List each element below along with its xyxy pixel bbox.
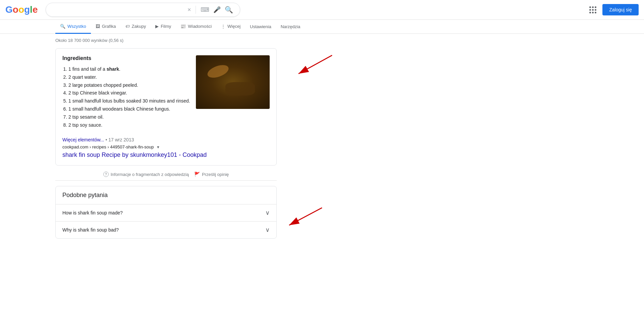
sign-in-button[interactable]: Zaloguj się	[602, 4, 639, 15]
snippet-title: Ingredients	[62, 55, 191, 61]
flag-icon: 🚩	[194, 172, 200, 177]
ingredient-3: 2 large potatoes chopped peeled.	[68, 81, 191, 89]
result-title-link[interactable]: shark fin soup Recipe by skunkmonkey101 …	[62, 151, 270, 159]
feedback-label: Prześlij opinię	[202, 172, 229, 177]
google-logo[interactable]: Google	[5, 4, 38, 15]
paa-chevron-1: ∨	[265, 209, 270, 216]
snippet-more-line: Więcej elementów... • 17 wrz 2013	[62, 137, 270, 142]
ingredient-8: 2 tsp soy sauce.	[68, 121, 191, 129]
shopping-icon: 🏷	[125, 24, 130, 29]
ingredient-7: 2 tsp sesame oil.	[68, 113, 191, 121]
navigation-tabs: 🔍 Wszystko 🖼 Grafika 🏷 Zakupy ▶ Filmy 📰 …	[0, 20, 644, 34]
settings-link[interactable]: Ustawienia	[245, 20, 276, 33]
tab-videos-label: Filmy	[161, 24, 171, 29]
paa-chevron-2: ∨	[265, 226, 270, 234]
tab-all[interactable]: 🔍 Wszystko	[55, 20, 91, 34]
snippet-date: 17 wrz 2013	[108, 137, 134, 142]
search-bar: shark soup recipe × ⌨ 🎤 🔍	[46, 3, 240, 17]
ingredients-list: 1 fins and tail of a shark. 2 quart wate…	[62, 65, 191, 129]
info-about-fragments[interactable]: ? Informacje o fragmentach z odpowiedzią	[103, 172, 189, 177]
images-icon: 🖼	[96, 24, 100, 29]
ingredient-6: 1 small handfull woodears black Chinese …	[68, 105, 191, 113]
more-icon: ⋮	[221, 24, 225, 29]
google-apps-button[interactable]	[587, 4, 598, 15]
search-icon: 🔍	[225, 6, 233, 14]
tab-videos[interactable]: ▶ Filmy	[151, 20, 176, 34]
ingredient-4: 2 tsp Chinese black vinegar.	[68, 89, 191, 97]
clear-button[interactable]: ×	[185, 6, 193, 14]
featured-snippet: Ingredients 1 fins and tail of a shark. …	[55, 48, 277, 166]
voice-search-button[interactable]: 🎤	[211, 5, 223, 14]
paa-title: Podobne pytania	[56, 186, 276, 204]
tab-shopping-label: Zakupy	[132, 24, 146, 29]
videos-icon: ▶	[155, 24, 159, 29]
tab-images[interactable]: 🖼 Grafika	[91, 20, 121, 34]
tab-news[interactable]: 📰 Wiadomości	[176, 20, 216, 34]
search-submit-button[interactable]: 🔍	[223, 5, 235, 14]
ingredient-1: 1 fins and tail of a shark.	[68, 65, 191, 73]
all-icon: 🔍	[60, 24, 65, 29]
right-column	[277, 38, 644, 306]
search-divider	[196, 6, 196, 14]
people-also-ask-section: Podobne pytania How is shark fin soup ma…	[55, 186, 277, 239]
keyboard-icon-button[interactable]: ⌨	[199, 5, 211, 14]
tab-more-label: Więcej	[227, 24, 240, 29]
more-items-link[interactable]: Więcej elementów...	[62, 137, 104, 142]
tab-images-label: Grafika	[102, 24, 116, 29]
search-input[interactable]: shark soup recipe	[51, 7, 185, 13]
tab-news-label: Wiadomości	[188, 24, 212, 29]
ingredient-2: 2 quart water.	[68, 73, 191, 81]
header-right: Zaloguj się	[587, 4, 639, 15]
send-feedback[interactable]: 🚩 Prześlij opinię	[194, 172, 229, 177]
news-icon: 📰	[180, 24, 186, 29]
tab-all-label: Wszystko	[67, 24, 86, 29]
snippet-text-column: Ingredients 1 fins and tail of a shark. …	[62, 55, 191, 129]
source-url: cookpad.com › recipes › 449507-shark-fin…	[62, 144, 270, 149]
fragment-info-bar: ? Informacje o fragmentach z odpowiedzią…	[55, 168, 277, 181]
tab-more[interactable]: ⋮ Więcej	[216, 20, 245, 34]
result-stats: Około 18 700 000 wyników (0,56 s)	[55, 38, 277, 43]
info-circle-icon: ?	[103, 172, 109, 177]
paa-question-1: How is shark fin soup made?	[62, 210, 123, 215]
keyboard-icon: ⌨	[201, 6, 209, 13]
paa-item-2[interactable]: Why is shark fin soup bad? ∨	[56, 221, 276, 238]
ingredient-5: 1 small handfull lotus bulbs soaked 30 m…	[68, 97, 191, 105]
tools-link[interactable]: Narzędzia	[276, 20, 305, 33]
tab-shopping[interactable]: 🏷 Zakupy	[121, 20, 151, 34]
soup-image	[196, 55, 270, 109]
microphone-icon: 🎤	[213, 6, 221, 13]
paa-item-1[interactable]: How is shark fin soup made? ∨	[56, 204, 276, 221]
paa-question-2: Why is shark fin soup bad?	[62, 227, 119, 233]
fragment-info-label: Informacje o fragmentach z odpowiedzią	[111, 172, 189, 177]
grid-dots-icon	[589, 6, 596, 13]
snippet-footer: Więcej elementów... • 17 wrz 2013 cookpa…	[62, 134, 270, 159]
snippet-image-column	[196, 55, 270, 129]
